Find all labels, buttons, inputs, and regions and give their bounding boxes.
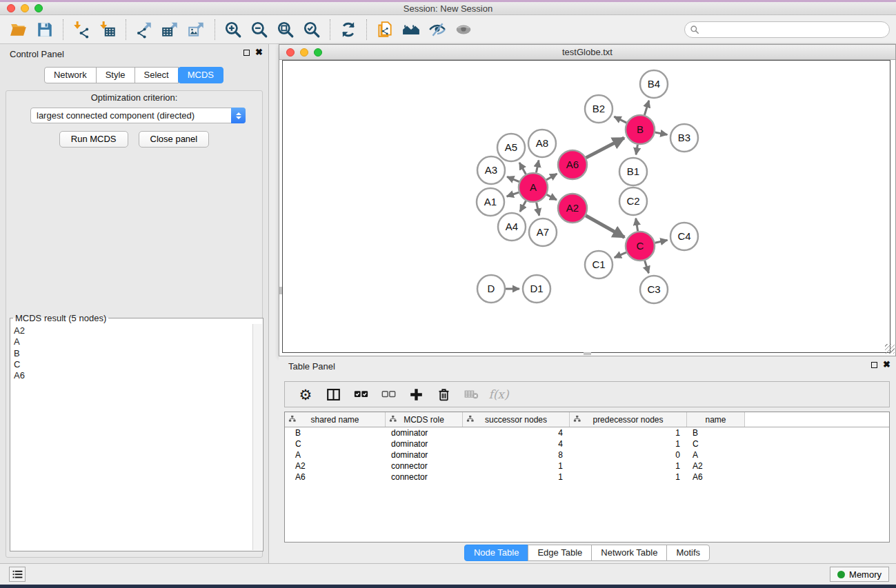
tab-network[interactable]: Network: [44, 67, 97, 83]
refresh-layout-icon[interactable]: [335, 17, 361, 42]
edge-A-A3[interactable]: [507, 176, 519, 181]
memory-button[interactable]: Memory: [830, 567, 889, 582]
table-row[interactable]: Adominator80A: [285, 449, 889, 460]
node-A8[interactable]: A8: [528, 130, 556, 157]
float-panel-icon[interactable]: [243, 50, 250, 56]
edge-A2-C[interactable]: [586, 216, 624, 238]
edge-A-A8[interactable]: [536, 160, 539, 172]
node-A7[interactable]: A7: [529, 219, 557, 246]
close-table-panel-icon[interactable]: ✖: [883, 361, 890, 368]
tab-motifs[interactable]: Motifs: [666, 545, 710, 561]
node-C3[interactable]: C3: [640, 276, 668, 303]
column-header-successor-nodes[interactable]: successor nodes: [463, 412, 570, 427]
resize-grip[interactable]: [885, 344, 895, 354]
search-input[interactable]: [684, 21, 890, 38]
edge-A6-B[interactable]: [586, 138, 624, 158]
select-all-icon[interactable]: [351, 384, 370, 405]
node-A1[interactable]: A1: [477, 188, 504, 216]
edge-A-A5[interactable]: [519, 163, 526, 174]
tab-edge-table[interactable]: Edge Table: [528, 545, 592, 561]
tab-node-table[interactable]: Node Table: [464, 545, 529, 561]
column-header-predecessor-nodes[interactable]: predecessor nodes: [570, 412, 687, 427]
table-row[interactable]: Bdominator41B: [285, 427, 889, 438]
edge-C-C1[interactable]: [615, 252, 626, 258]
node-D1[interactable]: D1: [523, 275, 550, 303]
network-from-selection-icon[interactable]: [372, 17, 398, 42]
home-icon[interactable]: [398, 17, 424, 42]
edge-B-B1[interactable]: [636, 145, 637, 155]
gear-icon[interactable]: ⚙: [296, 384, 315, 405]
result-scrollbar[interactable]: [253, 324, 262, 550]
export-network-icon[interactable]: [131, 17, 157, 42]
column-header-shared-name[interactable]: shared name: [285, 412, 386, 427]
node-B[interactable]: B: [626, 115, 655, 144]
node-C2[interactable]: C2: [619, 187, 647, 215]
network-canvas[interactable]: B4B2BB3A5A8A6B1A3AA1A2C2A4A7C4CC1C3DD1: [282, 60, 890, 353]
node-A[interactable]: A: [519, 173, 548, 202]
tab-style[interactable]: Style: [96, 67, 135, 83]
edge-A-A6[interactable]: [546, 174, 557, 180]
edge-A-A1[interactable]: [507, 192, 519, 196]
criterion-dropdown[interactable]: largest connected component (directed): [30, 108, 246, 123]
vertical-scrollbar-thumb[interactable]: [279, 287, 282, 294]
node-A6[interactable]: A6: [558, 150, 587, 179]
node-D[interactable]: D: [477, 275, 505, 303]
node-C[interactable]: C: [626, 232, 655, 261]
import-table-icon[interactable]: [94, 17, 121, 42]
edge-A-A2[interactable]: [546, 194, 557, 200]
zoom-selected-icon[interactable]: [299, 17, 325, 42]
delete-column-icon[interactable]: [434, 384, 453, 405]
save-session-icon[interactable]: [32, 17, 58, 42]
node-A3[interactable]: A3: [477, 156, 505, 184]
table-row[interactable]: Cdominator41C: [285, 438, 889, 449]
export-table-icon[interactable]: [157, 17, 183, 42]
close-panel-icon[interactable]: ✖: [255, 49, 263, 56]
node-A2[interactable]: A2: [558, 194, 587, 223]
column-header-name[interactable]: name: [687, 412, 745, 427]
node-C1[interactable]: C1: [585, 251, 613, 278]
result-item[interactable]: A: [14, 336, 252, 347]
table-row[interactable]: A2connector11A2: [285, 460, 889, 472]
edge-B-B4[interactable]: [644, 101, 648, 115]
result-item[interactable]: A6: [14, 370, 252, 381]
show-all-icon[interactable]: [450, 17, 477, 42]
column-header-MCDS-role[interactable]: MCDS role: [386, 412, 463, 427]
edge-B-B3[interactable]: [655, 132, 668, 134]
horizontal-scrollbar-thumb[interactable]: [584, 352, 591, 355]
zoom-fit-icon[interactable]: [272, 17, 299, 42]
table-row[interactable]: A6connector11A6: [285, 472, 889, 483]
edge-C-C4[interactable]: [655, 240, 667, 243]
node-B4[interactable]: B4: [640, 70, 668, 98]
deselect-all-icon[interactable]: [379, 384, 398, 405]
close-panel-button[interactable]: Close panel: [139, 131, 210, 148]
node-A5[interactable]: A5: [497, 134, 525, 161]
edge-A-A7[interactable]: [537, 203, 539, 216]
hide-selected-icon[interactable]: [424, 17, 450, 42]
float-table-panel-icon[interactable]: [871, 362, 877, 368]
result-item[interactable]: A2: [14, 325, 252, 336]
zoom-out-icon[interactable]: [246, 17, 272, 42]
edge-A-A4[interactable]: [520, 201, 526, 212]
open-file-icon[interactable]: [6, 17, 32, 42]
task-history-button[interactable]: [9, 567, 26, 582]
node-B2[interactable]: B2: [585, 95, 613, 123]
result-item[interactable]: C: [14, 359, 252, 370]
node-B3[interactable]: B3: [670, 124, 698, 152]
run-mcds-button[interactable]: Run MCDS: [59, 131, 128, 148]
import-network-icon[interactable]: [68, 17, 94, 42]
edge-C-C2[interactable]: [636, 219, 638, 232]
attribute-type-icon: [389, 415, 397, 423]
tab-select[interactable]: Select: [135, 67, 179, 83]
node-B1[interactable]: B1: [619, 158, 647, 185]
edge-B-B2[interactable]: [614, 116, 626, 123]
column-view-icon[interactable]: [323, 384, 343, 405]
node-A4[interactable]: A4: [498, 213, 526, 241]
tab-mcds[interactable]: MCDS: [178, 67, 223, 83]
node-C4[interactable]: C4: [670, 223, 698, 250]
tab-network-table[interactable]: Network Table: [591, 545, 667, 561]
zoom-in-icon[interactable]: [220, 17, 246, 42]
result-item[interactable]: B: [14, 348, 252, 359]
edge-C-C3[interactable]: [645, 261, 649, 273]
add-column-icon[interactable]: [406, 384, 426, 405]
export-image-icon[interactable]: [183, 17, 210, 42]
